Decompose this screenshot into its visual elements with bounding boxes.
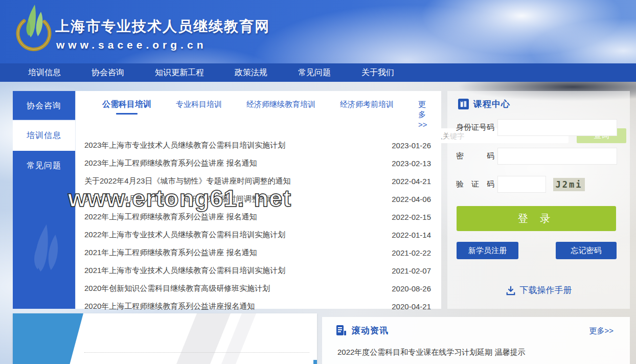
tabs-more-link[interactable]: 更多>> <box>418 99 441 130</box>
news-title: 2021年上海市专业技术人员继续教育公需科目培训实施计划 <box>84 266 385 276</box>
nav-item-knowledge-update[interactable]: 知识更新工程 <box>155 67 204 78</box>
news-title: 2020年上海工程师继续教育系列公益讲座报名通知 <box>84 302 385 311</box>
news-date: 2020-08-26 <box>392 284 431 293</box>
news-list-icon <box>336 325 347 336</box>
news-date: 2021-02-07 <box>392 266 431 275</box>
nav-item-association[interactable]: 协会咨询 <box>92 67 124 78</box>
download-icon <box>506 285 516 295</box>
login-button[interactable]: 登 录 <box>457 206 616 231</box>
id-row: 身份证号码 <box>456 119 617 136</box>
news-title: 2023年上海市专业技术人员继续教育公需科目培训实施计划 <box>84 141 385 150</box>
news-title: 关于2022年4月份人工智能、知识产权直播时间调整的通知 <box>84 194 385 204</box>
nav-item-policy[interactable]: 政策法规 <box>235 67 267 78</box>
password-label: 密 码 <box>456 151 497 161</box>
captcha-image[interactable]: J2mi <box>553 178 585 191</box>
sidebar-item-training-info[interactable]: 培训信息 <box>13 120 75 151</box>
course-center-title: 课程中心 <box>473 98 510 110</box>
news-date: 2023-01-26 <box>392 141 431 150</box>
news-date: 2021-02-22 <box>392 248 431 257</box>
news-title: 2022年上海市专业技术人员继续教育公需科目培训实施计划 <box>84 230 385 240</box>
news-row[interactable]: 关于2022年4月份人工智能、知识产权直播时间调整的通知 2022-04-06 <box>76 190 441 208</box>
captcha-label: 验 证 码 <box>456 179 497 189</box>
news-date: 2020-04-21 <box>392 302 431 311</box>
promo-banner[interactable] <box>13 313 317 364</box>
banner-stripe <box>176 313 231 364</box>
register-button[interactable]: 新学员注册 <box>457 242 518 259</box>
news-row[interactable]: 2020年创新知识公需科目继续教育高级研修班实施计划 2020-08-26 <box>76 280 441 298</box>
news-date: 2022-04-21 <box>392 177 431 186</box>
captcha-input[interactable] <box>497 176 546 193</box>
ticker-panel: 滚动资讯 更多>> 2022年度公需科目和专业课在线学习计划延期 温馨提示 <box>322 317 630 364</box>
news-title: 2020年创新知识公需科目继续教育高级研修班实施计划 <box>84 284 385 293</box>
download-manual-link[interactable]: 下载操作手册 <box>447 284 630 296</box>
forgot-password-button[interactable]: 忘记密码 <box>556 242 617 259</box>
news-title: 2022年上海工程师继续教育系列公益讲座 报名通知 <box>84 212 385 222</box>
site-url: www.sacee.org.cn <box>56 39 207 51</box>
site-title: 上海市专业技术人员继续教育网 <box>55 17 270 36</box>
course-center-header: 课程中心 <box>447 91 630 110</box>
news-row[interactable]: 关于2022年4月23日《城市与韧性》专题讲座时间调整的通知 2022-04-2… <box>76 172 441 190</box>
news-row[interactable]: 2023年上海工程师继续教育系列公益讲座 报名通知 2023-02-13 <box>76 154 441 172</box>
news-row[interactable]: 2021年上海市专业技术人员继续教育公需科目培训实施计划 2021-02-07 <box>76 262 441 280</box>
sidebar-item-faq[interactable]: 常见问题 <box>13 151 75 180</box>
news-date: 2022-02-15 <box>392 213 431 221</box>
site-header: 上海市专业技术人员继续教育网 www.sacee.org.cn <box>0 0 636 63</box>
news-title: 关于2022年4月23日《城市与韧性》专题讲座时间调整的通知 <box>84 176 385 186</box>
news-row[interactable]: 2022年上海市专业技术人员继续教育公需科目培训实施计划 2022-01-14 <box>76 226 441 244</box>
tab-economist-continuing[interactable]: 经济师继续教育培训 <box>246 99 315 109</box>
ticker-title: 滚动资讯 <box>352 325 389 336</box>
news-list: 2023年上海市专业技术人员继续教育公需科目培训实施计划 2023-01-26 … <box>76 136 441 315</box>
id-label: 身份证号码 <box>456 123 497 132</box>
nav-item-about[interactable]: 关于我们 <box>361 67 394 78</box>
ticker-news-item[interactable]: 2022年度公需科目和专业课在线学习计划延期 温馨提示 <box>337 348 526 357</box>
news-row[interactable]: 2022年上海工程师继续教育系列公益讲座 报名通知 2022-02-15 <box>76 208 441 226</box>
news-date: 2023-02-13 <box>392 159 431 168</box>
password-row: 密 码 <box>456 148 617 165</box>
news-row[interactable]: 2023年上海市专业技术人员继续教育公需科目培训实施计划 2023-01-26 <box>76 136 441 154</box>
news-date: 2022-04-06 <box>392 195 431 203</box>
sidebar-item-association[interactable]: 协会咨询 <box>13 91 75 120</box>
tab-economist-preexam[interactable]: 经济师考前培训 <box>340 99 394 109</box>
page: 上海市专业技术人员继续教育网 www.sacee.org.cn 培训信息 协会咨… <box>0 0 636 364</box>
news-row[interactable]: 2021年上海工程师继续教育系列公益讲座 报名通知 2021-02-22 <box>76 244 441 262</box>
tabs: 公需科目培训 专业科目培训 经济师继续教育培训 经济师考前培训 更多>> <box>76 91 441 130</box>
news-date: 2022-01-14 <box>392 231 431 239</box>
news-row[interactable]: 2020年上海工程师继续教育系列公益讲座报名通知 2020-04-21 <box>76 298 441 315</box>
id-input[interactable] <box>497 119 617 136</box>
tab-professional-subjects[interactable]: 专业科目培训 <box>176 99 222 109</box>
site-logo-icon <box>14 3 53 57</box>
nav-item-faq[interactable]: 常见问题 <box>298 67 331 78</box>
banner-corner-accent <box>313 360 317 364</box>
password-input[interactable] <box>497 148 617 165</box>
ticker-more-link[interactable]: 更多>> <box>589 326 614 336</box>
banner-blue-shape <box>13 313 83 364</box>
course-center-panel: 课程中心 身份证号码 密 码 验 证 码 J2mi 登 录 新学员注册 忘记密码… <box>447 91 630 309</box>
captcha-row: 验 证 码 J2mi <box>456 176 585 193</box>
nav-item-training-info[interactable]: 培训信息 <box>28 67 61 78</box>
ticker-header: 滚动资讯 <box>322 317 630 336</box>
book-icon <box>458 99 469 109</box>
main-panel: 公需科目培训 专业科目培训 经济师继续教育培训 经济师考前培训 更多>> 202… <box>76 91 441 309</box>
news-title: 2021年上海工程师继续教育系列公益讲座 报名通知 <box>84 248 385 258</box>
sidebar: 协会咨询 培训信息 常见问题 <box>13 91 75 309</box>
sidebar-flame-watermark-icon <box>17 208 73 309</box>
download-manual-label: 下载操作手册 <box>520 284 572 296</box>
tab-public-subjects[interactable]: 公需科目培训 <box>102 99 151 115</box>
news-title: 2023年上海工程师继续教育系列公益讲座 报名通知 <box>84 158 385 168</box>
nav-items: 培训信息 协会咨询 知识更新工程 政策法规 常见问题 关于我们 <box>0 63 636 82</box>
main-nav: 培训信息 协会咨询 知识更新工程 政策法规 常见问题 关于我们 查询 <box>0 63 636 82</box>
banner-dotted-line <box>84 352 309 353</box>
